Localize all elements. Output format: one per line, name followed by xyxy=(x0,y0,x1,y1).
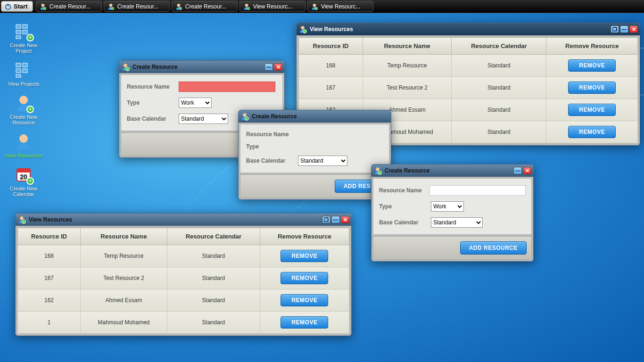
column-header: Resource ID xyxy=(18,228,81,245)
tab-label: Create Resour... xyxy=(185,3,226,10)
maximize-button[interactable]: ❐ xyxy=(611,25,619,33)
titlebar[interactable]: + View Resources ❐ — ✕ xyxy=(297,23,640,35)
person-icon: + xyxy=(17,215,26,224)
icon-label: Create New Project xyxy=(2,42,45,54)
close-button[interactable]: ✕ xyxy=(341,216,349,223)
project-icon xyxy=(14,60,33,79)
remove-button[interactable]: REMOVE xyxy=(568,59,616,72)
tab-label: View Resourc... xyxy=(253,3,293,10)
svg-point-27 xyxy=(301,26,305,30)
taskbar-tab[interactable]: View Resourc... xyxy=(239,1,305,12)
view-resources-window: + View Resources ❐ — ✕ Resource IDResour… xyxy=(15,213,352,336)
minimize-button[interactable]: — xyxy=(264,63,273,71)
cell-name: Mahmoud Mohamed xyxy=(80,312,167,334)
column-header: Remove Resource xyxy=(260,228,349,245)
add-resource-button[interactable]: ADD RESOURCE xyxy=(460,241,527,255)
svg-point-10 xyxy=(313,4,316,7)
desktop-icon[interactable]: 20+Create New Calendar xyxy=(2,165,45,197)
maximize-button[interactable]: ❐ xyxy=(322,216,330,223)
svg-point-39 xyxy=(20,216,24,220)
svg-point-23 xyxy=(19,134,28,143)
tab-label: Create Resour... xyxy=(117,3,158,10)
remove-button[interactable]: REMOVE xyxy=(568,126,616,138)
svg-point-30 xyxy=(124,64,127,67)
cell-id: 167 xyxy=(18,267,81,289)
taskbar-tab[interactable]: Create Resour... xyxy=(36,1,102,12)
cell-id: 162 xyxy=(18,289,81,312)
svg-point-7 xyxy=(179,7,182,9)
svg-rect-20 xyxy=(23,69,27,73)
column-header: Resource Name xyxy=(363,38,451,55)
person-icon xyxy=(311,3,318,10)
icon-label: Create New Calendar xyxy=(2,186,45,197)
svg-text:+: + xyxy=(246,117,248,120)
minimize-button[interactable]: — xyxy=(513,167,522,174)
titlebar[interactable]: + Create Resource — ✕ xyxy=(372,165,533,177)
titlebar[interactable]: + Create Resource xyxy=(239,110,391,123)
label-base-calendar: Base Calendar xyxy=(127,115,179,122)
label-base-calendar: Base Calendar xyxy=(379,219,431,226)
svg-text:+: + xyxy=(23,221,25,223)
cell-id: 1 xyxy=(18,312,81,334)
desktop-icon[interactable]: +Create New Project xyxy=(2,22,45,54)
person-icon xyxy=(14,132,33,151)
resource-name-input[interactable] xyxy=(179,82,275,92)
desktop-icons: +Create New ProjectView Projects+Create … xyxy=(0,19,47,204)
svg-point-22 xyxy=(19,96,28,104)
window-title: Create Resource xyxy=(252,113,389,120)
table-row: 168Temp ResourceStandardREMOVE xyxy=(299,55,638,77)
titlebar[interactable]: + View Resources ❐ — ✕ xyxy=(16,214,351,226)
person-icon xyxy=(243,3,250,10)
remove-button[interactable]: REMOVE xyxy=(281,272,328,284)
close-button[interactable]: ✕ xyxy=(629,25,638,33)
svg-rect-25 xyxy=(17,169,30,173)
remove-button[interactable]: REMOVE xyxy=(281,250,328,262)
calendar-select[interactable]: Standard xyxy=(431,217,483,228)
remove-button[interactable]: REMOVE xyxy=(281,294,328,306)
window-title: View Resources xyxy=(310,26,610,33)
person-icon xyxy=(107,3,115,10)
desktop-icon[interactable]: View Projects xyxy=(2,60,45,87)
calendar-icon: 20+ xyxy=(14,165,33,184)
remove-button[interactable]: REMOVE xyxy=(568,82,616,94)
cell-name: Temp Resource xyxy=(363,55,451,77)
titlebar[interactable]: + Create Resource — ✕ xyxy=(119,61,284,73)
minimize-button[interactable]: — xyxy=(620,25,628,33)
taskbar-tab[interactable]: View Resourc... xyxy=(307,1,373,12)
plus-badge-icon: + xyxy=(26,34,34,41)
type-select[interactable]: Work xyxy=(431,201,464,212)
desktop-icon[interactable]: +Create New Resource xyxy=(2,93,45,125)
cell-calendar: Standard xyxy=(167,267,260,289)
icon-label: View Resources xyxy=(2,153,45,158)
minimize-button[interactable]: — xyxy=(331,216,340,223)
cell-id: 167 xyxy=(299,77,363,99)
plus-badge-icon: + xyxy=(26,177,34,185)
type-select[interactable]: Work xyxy=(179,98,212,108)
calendar-select[interactable]: Standard xyxy=(179,114,228,124)
taskbar-tab[interactable]: Create Resour... xyxy=(172,1,238,12)
close-button[interactable]: ✕ xyxy=(274,63,282,71)
label-resource-name: Resource Name xyxy=(379,187,429,194)
icon-label: View Projects xyxy=(2,81,45,87)
svg-rect-15 xyxy=(23,30,27,34)
remove-button[interactable]: REMOVE xyxy=(281,316,328,329)
remove-button[interactable]: REMOVE xyxy=(568,104,616,116)
svg-rect-21 xyxy=(16,74,21,77)
svg-point-36 xyxy=(376,167,380,171)
close-button[interactable]: ✕ xyxy=(523,167,531,174)
calendar-select[interactable]: Standard xyxy=(298,156,347,166)
table-row: 167Test Resource 2StandardREMOVE xyxy=(299,77,638,99)
cell-name: Test Resource 2 xyxy=(363,77,451,99)
table-row: 168Temp ResourceStandardREMOVE xyxy=(18,245,349,267)
plus-badge-icon: + xyxy=(26,106,34,113)
start-button[interactable]: Start xyxy=(1,1,33,12)
cell-id: 168 xyxy=(299,55,363,77)
taskbar-tab[interactable]: Create Resour... xyxy=(104,1,170,12)
power-icon xyxy=(4,3,12,10)
svg-rect-17 xyxy=(16,63,21,67)
resource-name-input[interactable] xyxy=(429,185,526,196)
window-title: Create Resource xyxy=(385,167,512,174)
desktop-icon[interactable]: View Resources xyxy=(2,132,45,158)
cell-calendar: Standard xyxy=(452,77,546,99)
label-type: Type xyxy=(379,203,431,210)
